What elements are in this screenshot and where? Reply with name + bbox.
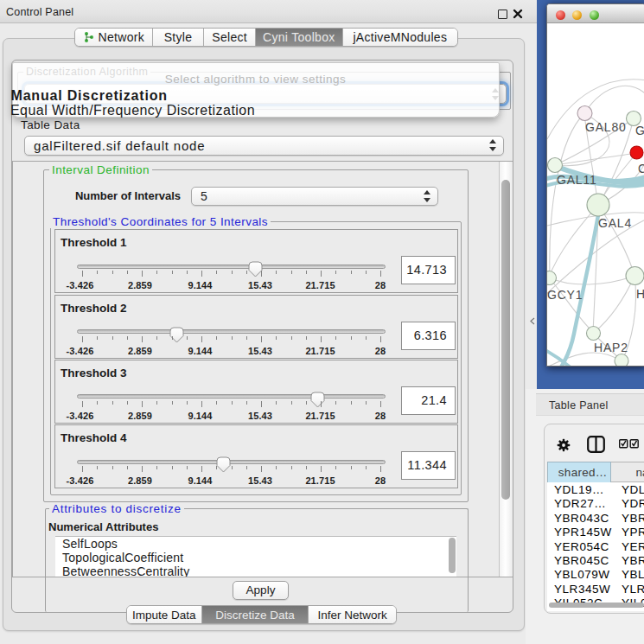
svg-text:C: C — [638, 162, 644, 175]
svg-text:HAP2: HAP2 — [594, 341, 628, 354]
svg-text:GAL11: GAL11 — [557, 173, 597, 187]
svg-text:GCY1: GCY1 — [547, 288, 583, 302]
svg-text:H: H — [636, 287, 644, 301]
svg-text:GAL80: GAL80 — [585, 120, 627, 134]
svg-text:GAL4: GAL4 — [598, 216, 632, 230]
svg-text:GA: GA — [635, 124, 644, 137]
